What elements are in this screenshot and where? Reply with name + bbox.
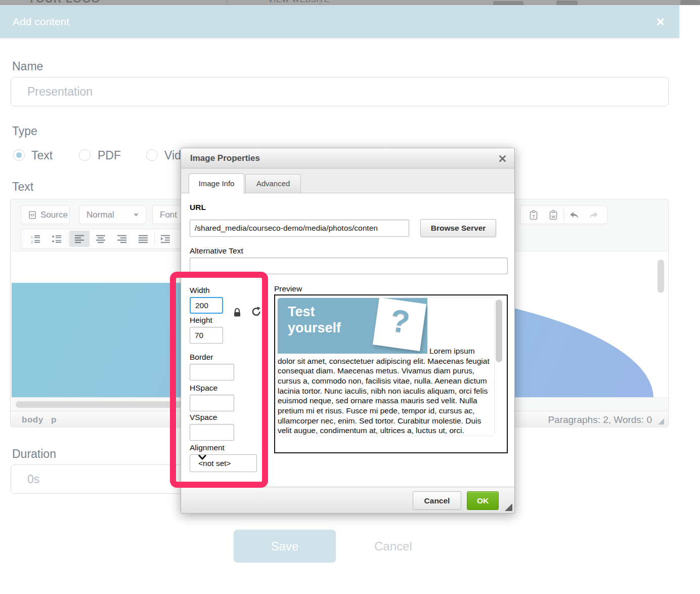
vspace-label: VSpace (190, 413, 217, 422)
caret-down-icon (134, 214, 139, 217)
dialog-cancel-button[interactable]: Cancel (413, 491, 461, 510)
preview-image: Testyourself? (278, 298, 427, 354)
background-icon (493, 1, 523, 5)
duration-label: Duration (12, 447, 56, 461)
vspace-input[interactable] (190, 424, 234, 441)
width-input[interactable] (190, 297, 223, 314)
name-input[interactable] (11, 77, 669, 106)
background-icon (556, 1, 578, 5)
cancel-button[interactable]: Cancel (374, 530, 412, 563)
svg-text:T: T (532, 213, 535, 219)
preview-box: Testyourself?Lorem ipsum dolor sit amet,… (274, 294, 508, 453)
vertical-scrollbar[interactable] (658, 260, 664, 293)
modal-header: Add content (0, 5, 679, 38)
numbered-list-icon[interactable]: 12 (25, 231, 46, 247)
height-label: Height (190, 316, 212, 325)
source-button[interactable]: Source (21, 205, 70, 224)
resize-handle-icon[interactable] (658, 418, 664, 425)
browse-server-button[interactable]: Browse Server (420, 219, 496, 237)
justify-icon[interactable] (133, 231, 153, 247)
dialog-title: Image Properties (190, 148, 260, 168)
alignment-select[interactable]: <not set> (190, 454, 257, 472)
reset-size-icon[interactable] (251, 307, 261, 317)
chevron-down-icon (198, 455, 251, 460)
element-path-p[interactable]: p (51, 415, 57, 425)
undo-icon[interactable] (564, 207, 584, 223)
paragraph-format-dropdown[interactable]: Normal (79, 205, 146, 224)
align-center-icon[interactable] (91, 231, 111, 247)
resize-handle-icon[interactable] (505, 503, 512, 511)
image-properties-dialog: Image Properties Image Info Advanced URL… (181, 148, 515, 514)
border-input[interactable] (190, 364, 234, 380)
preview-content: Testyourself?Lorem ipsum dolor sit amet,… (277, 298, 495, 436)
hspace-label: HSpace (190, 384, 217, 393)
text-label: Text (12, 180, 33, 194)
preview-lorem-text: Lorem ipsum dolor sit amet, consectetuer… (278, 347, 490, 435)
divider (227, 0, 227, 5)
bulleted-list-icon[interactable] (47, 231, 67, 247)
alignment-label: Alignment (190, 443, 225, 452)
dialog-titlebar[interactable]: Image Properties (181, 148, 514, 168)
question-mark-icon: ? (374, 299, 426, 345)
indent-icon[interactable] (156, 231, 176, 247)
preview-label: Preview (274, 284, 302, 293)
dialog-ok-button[interactable]: OK (467, 491, 499, 510)
alternative-text-label: Alternative Text (190, 246, 243, 256)
width-label: Width (190, 286, 210, 295)
dimmed-background-page: YOUR LOGO VIEW WEBSITE (0, 0, 700, 5)
close-icon[interactable] (499, 155, 506, 162)
element-path-body[interactable]: body (22, 415, 43, 425)
radio-type-pdf-label[interactable]: PDF (98, 149, 121, 162)
svg-text:1: 1 (31, 235, 33, 239)
page: YOUR LOGO VIEW WEBSITE Add content Name … (0, 0, 700, 594)
radio-type-text[interactable] (13, 149, 25, 161)
modal-title: Add content (13, 5, 69, 38)
border-label: Border (190, 353, 213, 362)
divider (320, 0, 320, 5)
hspace-input[interactable] (190, 395, 234, 411)
clipboard-history-toolbar-group: T W (520, 205, 607, 224)
alternative-text-input[interactable] (190, 258, 508, 274)
svg-text:W: W (551, 214, 555, 219)
word-count: Paragraphs: 2, Words: 0 (548, 414, 652, 426)
url-input[interactable] (190, 220, 409, 237)
dialog-footer (181, 487, 514, 513)
close-icon[interactable] (657, 18, 665, 26)
align-left-icon[interactable] (69, 231, 90, 247)
svg-text:2: 2 (31, 239, 33, 244)
name-label: Name (12, 60, 43, 73)
source-icon (28, 211, 36, 219)
tab-image-info[interactable]: Image Info (189, 174, 244, 194)
background-icon (680, 0, 700, 5)
align-right-icon[interactable] (112, 231, 132, 247)
question-card: ? (373, 298, 426, 351)
height-input[interactable] (190, 327, 223, 344)
redo-icon[interactable] (584, 207, 604, 223)
save-button[interactable]: Save (234, 530, 336, 563)
background-view-website-link: VIEW WEBSITE (268, 0, 330, 4)
radio-type-pdf[interactable] (79, 149, 91, 161)
url-label: URL (190, 203, 206, 212)
divider (154, 232, 155, 245)
divider (68, 232, 68, 245)
tab-advanced[interactable]: Advanced (245, 174, 301, 193)
radio-type-text-label[interactable]: Text (31, 149, 53, 162)
type-label: Type (12, 124, 37, 138)
paste-from-word-icon[interactable]: W (544, 207, 564, 223)
background-logo: YOUR LOGO (28, 0, 100, 5)
radio-type-video[interactable] (146, 149, 158, 161)
preview-scrollbar[interactable] (496, 300, 502, 362)
lock-ratio-icon[interactable] (233, 308, 241, 317)
paste-as-text-icon[interactable]: T (523, 207, 544, 223)
